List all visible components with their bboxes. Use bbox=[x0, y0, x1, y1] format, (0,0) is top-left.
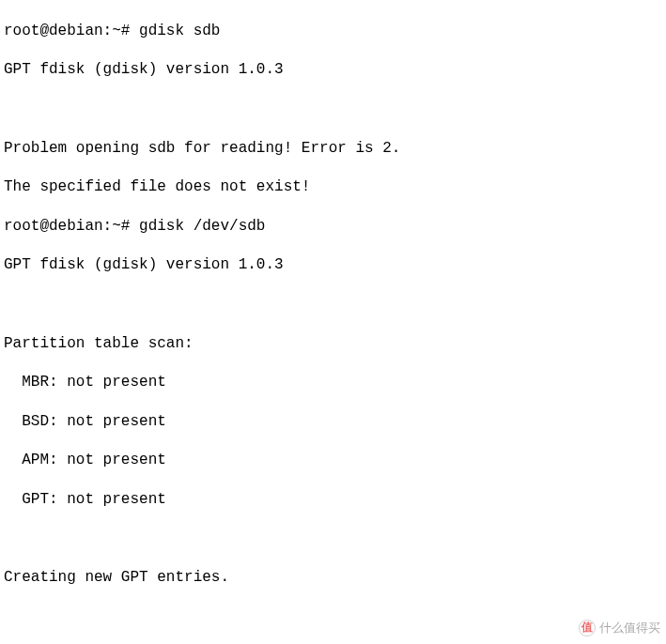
command-text: gdisk sdb bbox=[139, 23, 220, 39]
scan-header: Partition table scan: bbox=[4, 334, 662, 354]
scan-gpt: GPT: not present bbox=[4, 490, 662, 510]
watermark-icon: 值 bbox=[579, 620, 596, 636]
error-line: Problem opening sdb for reading! Error i… bbox=[4, 139, 662, 159]
error-line: The specified file does not exist! bbox=[4, 177, 662, 197]
shell-prompt: root@debian:~# bbox=[4, 23, 139, 39]
blank-line bbox=[4, 100, 662, 119]
blank-line bbox=[4, 607, 662, 627]
scan-apm: APM: not present bbox=[4, 451, 662, 470]
shell-prompt: root@debian:~# bbox=[4, 218, 139, 235]
blank-line bbox=[4, 529, 662, 549]
watermark: 值 什么值得买 bbox=[579, 620, 660, 636]
prompt-line-2: root@debian:~# gdisk /dev/sdb bbox=[4, 217, 662, 237]
command-text: gdisk /dev/sdb bbox=[139, 218, 265, 235]
version-line: GPT fdisk (gdisk) version 1.0.3 bbox=[4, 255, 662, 275]
terminal-output[interactable]: root@debian:~# gdisk sdb GPT fdisk (gdis… bbox=[4, 2, 662, 644]
prompt-line-1: root@debian:~# gdisk sdb bbox=[4, 22, 662, 41]
watermark-text: 什么值得买 bbox=[599, 621, 660, 636]
blank-line bbox=[4, 295, 662, 314]
scan-bsd: BSD: not present bbox=[4, 412, 662, 432]
scan-mbr: MBR: not present bbox=[4, 373, 662, 392]
creating-line: Creating new GPT entries. bbox=[4, 568, 662, 588]
version-line: GPT fdisk (gdisk) version 1.0.3 bbox=[4, 60, 662, 80]
